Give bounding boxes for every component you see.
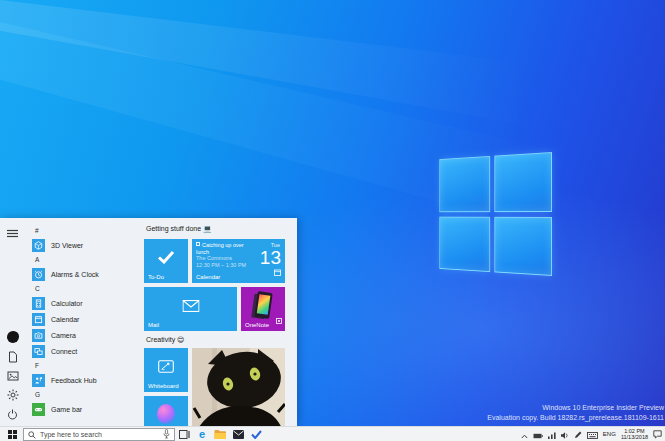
- search-icon: [28, 425, 36, 441]
- tile-paint3d[interactable]: [144, 396, 188, 426]
- edge-button[interactable]: e: [193, 427, 211, 441]
- camera-icon: [32, 329, 45, 342]
- chevron-up-icon[interactable]: [521, 425, 528, 441]
- tile-mail[interactable]: Mail: [144, 287, 237, 331]
- user-avatar: [7, 331, 19, 343]
- calendar-event-title: Catching up over lunch: [196, 242, 254, 255]
- app-list-section-header[interactable]: G: [30, 388, 142, 401]
- search-input[interactable]: Type here to search: [23, 428, 175, 441]
- file-explorer-icon: [214, 425, 226, 441]
- app-item-feedback-hub[interactable]: Feedback Hub: [30, 372, 142, 388]
- battery-icon[interactable]: [533, 425, 543, 441]
- windows-logo-pane: [494, 152, 552, 212]
- phone-photo: [254, 291, 272, 319]
- tile-label: Whiteboard: [148, 383, 179, 389]
- calculator-icon: [32, 297, 45, 310]
- 3d-viewer-icon: [32, 239, 45, 252]
- tile-label: Mail: [148, 322, 159, 328]
- tile-label: Calendar: [196, 274, 220, 280]
- photo-badge-icon: [276, 310, 282, 328]
- app-item-calculator[interactable]: Calculator: [30, 295, 142, 311]
- app-list-section-header[interactable]: F: [30, 359, 142, 372]
- clock-date: 11/13/2018: [621, 434, 648, 440]
- user-account-button[interactable]: [7, 331, 19, 343]
- hamburger-icon: [7, 229, 18, 238]
- app-item-calendar[interactable]: Calendar: [30, 311, 142, 327]
- settings-button[interactable]: [7, 389, 19, 401]
- task-view-icon: [179, 425, 190, 441]
- start-menu-app-list: # 3D Viewer A Alarms & Clock C Calculato…: [25, 218, 142, 426]
- pen-icon[interactable]: [574, 425, 582, 441]
- edge-icon: e: [199, 429, 205, 440]
- calendar-mini-icon: [274, 262, 281, 280]
- mail-button[interactable]: [229, 427, 247, 441]
- app-item-label: 3D Viewer: [51, 242, 83, 249]
- windows-start-icon: [8, 425, 17, 441]
- expand-menu-button[interactable]: [5, 226, 21, 240]
- start-button[interactable]: [3, 427, 21, 441]
- network-icon[interactable]: [548, 425, 556, 441]
- game-bar-icon: [32, 403, 45, 416]
- taskbar: Type here to search e ENG 1:02 PM 11/13/…: [0, 426, 665, 441]
- language-indicator[interactable]: ENG: [603, 431, 616, 437]
- action-center-icon[interactable]: [653, 425, 662, 441]
- alarms-clock-icon: [32, 268, 45, 281]
- clock[interactable]: 1:02 PM 11/13/2018: [621, 428, 648, 440]
- tile-label: OneNote: [245, 322, 269, 328]
- start-menu-rail: [0, 218, 25, 426]
- todo-button[interactable]: [247, 427, 265, 441]
- tile-todo[interactable]: To-Do: [144, 239, 188, 283]
- documents-button[interactable]: [8, 351, 18, 363]
- app-item-label: Alarms & Clock: [51, 271, 99, 278]
- rail-bottom-group: [7, 331, 19, 420]
- pictures-icon: [7, 371, 19, 381]
- calendar-event: Catching up over lunch The Commons 12:30…: [196, 242, 254, 268]
- app-list-section-header[interactable]: C: [30, 282, 142, 295]
- windows-logo-pane: [439, 156, 490, 212]
- mail-icon: [233, 425, 244, 441]
- microphone-icon[interactable]: [163, 425, 170, 441]
- tile-onenote[interactable]: OneNote: [241, 287, 285, 331]
- pictures-button[interactable]: [7, 371, 19, 381]
- power-button[interactable]: [7, 409, 18, 420]
- checkmark-icon: [157, 250, 175, 268]
- tile-group-1: To-Do Catching up over lunch The Commons…: [144, 239, 285, 331]
- speaker-icon[interactable]: [561, 425, 569, 441]
- task-view-button[interactable]: [175, 427, 193, 441]
- watermark-line2: Evaluation copy. Build 18282.rs_prerelea…: [487, 413, 664, 423]
- app-item-alarms-clock[interactable]: Alarms & Clock: [30, 266, 142, 282]
- todo-check-icon: [251, 425, 262, 441]
- app-item-label: Calculator: [51, 300, 83, 307]
- document-icon: [8, 351, 18, 363]
- whiteboard-icon: [158, 359, 174, 377]
- tile-whiteboard[interactable]: Whiteboard: [144, 348, 188, 392]
- touch-keyboard-icon[interactable]: [587, 425, 598, 441]
- evaluation-watermark: Windows 10 Enterprise Insider Preview Ev…: [487, 403, 664, 422]
- tile-group-2: Whiteboard: [144, 348, 285, 426]
- gear-icon: [7, 389, 19, 401]
- tile-group-title[interactable]: Getting stuff done 💻: [146, 224, 285, 234]
- app-item-label: Game bar: [51, 406, 82, 413]
- event-icon: [196, 242, 200, 246]
- app-item-label: Connect: [51, 348, 77, 355]
- file-explorer-button[interactable]: [211, 427, 229, 441]
- calendar-event-time: 12:30 PM – 1:30 PM: [196, 262, 254, 269]
- app-item-connect[interactable]: Connect: [30, 343, 142, 359]
- app-list-section-header[interactable]: #: [30, 224, 142, 237]
- app-item-label: Feedback Hub: [51, 377, 97, 384]
- balloon-graphic: [157, 404, 175, 424]
- app-item-3d-viewer[interactable]: 3D Viewer: [30, 237, 142, 253]
- tile-photos[interactable]: [192, 348, 285, 426]
- app-item-camera[interactable]: Camera: [30, 327, 142, 343]
- feedback-hub-icon: [32, 374, 45, 387]
- app-item-label: Calendar: [51, 316, 79, 323]
- cat-photo: [192, 348, 285, 426]
- app-item-game-bar[interactable]: Game bar: [30, 401, 142, 417]
- tile-calendar[interactable]: Catching up over lunch The Commons 12:30…: [192, 239, 285, 283]
- envelope-icon: [182, 298, 199, 316]
- calendar-icon: [32, 313, 45, 326]
- app-list-section-header[interactable]: A: [30, 253, 142, 266]
- app-item-label: Camera: [51, 332, 76, 339]
- tile-group-title[interactable]: Creativity 😊: [146, 335, 285, 345]
- watermark-line1: Windows 10 Enterprise Insider Preview: [487, 403, 664, 413]
